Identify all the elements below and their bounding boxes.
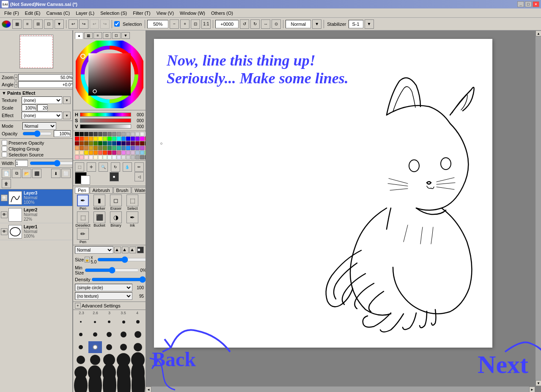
horizontal-scrollbar[interactable]: ◄ ► [146,386,535,392]
rotate-left-btn[interactable]: ↺ [240,19,249,29]
vscroll-track[interactable] [536,36,541,380]
bucket-brush-tool[interactable]: ⬛ Bucket [91,211,107,228]
grid-btn[interactable]: ⊞ [33,19,43,29]
pen2-brush-tool[interactable]: ✏ Pen [75,228,91,244]
palette-cell-48[interactable] [75,146,79,150]
deselect-brush-tool[interactable]: ⬚ Deselect [75,211,91,228]
palette-cell-30[interactable] [140,137,144,141]
maximize-button[interactable]: □ [525,1,532,7]
advanced-settings-panel[interactable]: + Advanced Settings [73,302,146,310]
effect-browse-btn[interactable]: ▼ [63,112,71,119]
palette-cell-75[interactable] [126,151,130,155]
brush-shape-btn4[interactable]: ■ [137,247,144,253]
marker-brush-tool[interactable]: ▮ Marker [91,195,107,211]
bsg-cell-1-1[interactable] [88,329,102,340]
palette-cell-89[interactable] [117,155,121,159]
angle-value-input[interactable]: +0.0° [18,81,73,88]
import-layer-btn[interactable]: 📂 [22,169,31,178]
menu-selection[interactable]: Selection (S) [98,10,129,16]
copy-layer-btn[interactable]: ⧉ [12,169,21,178]
palette-cell-45[interactable] [135,141,140,145]
clipping-group-checkbox[interactable] [2,146,7,151]
magnify-tool[interactable]: 🔍 [99,162,108,172]
palette-cell-8[interactable] [112,132,116,136]
layer-item-layer2[interactable]: 👁 Layer2 Normal 22% [0,206,72,223]
palette-cell-74[interactable] [121,151,126,155]
angle-decrease-btn[interactable]: − [14,82,17,88]
palette-cell-35[interactable] [89,141,93,145]
brush-shape-btn3[interactable]: ▲ [129,247,136,253]
palette-cell-50[interactable] [84,146,88,150]
bsg-cell-5-0[interactable] [74,379,88,391]
palette-cell-51[interactable] [89,146,93,150]
palette-cell-26[interactable] [121,137,126,141]
merge-down-btn[interactable]: ⬇ [51,169,60,178]
menu-window[interactable]: Window (W) [177,10,208,16]
palette-cell-24[interactable] [112,137,116,141]
palette-cell-4[interactable] [93,132,98,136]
bsg-cell-1-3[interactable] [117,329,130,340]
minimize-button[interactable]: _ [517,1,524,7]
drawing-canvas[interactable]: Now, line this thing up! Seriously... Ma… [154,39,492,348]
palette-cell-38[interactable] [103,141,107,145]
nav-fwd-btn[interactable]: ↪ [79,19,88,29]
palette-cell-11[interactable] [126,132,130,136]
extra-tool2[interactable]: ◁ [135,172,144,181]
stabilizer-input[interactable]: S-1 [349,20,363,28]
bsg-cell-2-0[interactable] [74,341,88,353]
palette-cell-70[interactable] [103,151,107,155]
vertical-scrollbar[interactable]: ▲ ▼ [535,30,541,386]
width-slider[interactable] [30,160,73,167]
mode-select[interactable]: Normal [22,122,56,130]
tab-pen[interactable]: Pen [75,187,89,194]
palette-cell-54[interactable] [103,146,107,150]
palette-cell-43[interactable] [126,141,130,145]
palette-cell-33[interactable] [80,141,84,145]
hscroll-track[interactable] [151,387,529,392]
palette-cell-64[interactable] [75,151,79,155]
bsg-cell-1-0[interactable] [74,329,88,340]
close-button[interactable]: × [533,1,539,7]
texture-browse-btn[interactable]: ▼ [63,96,71,104]
rotate-right-btn[interactable]: ↻ [250,19,260,29]
palette-cell-65[interactable] [80,151,84,155]
size-lock-btn[interactable]: 🔒 [85,257,90,263]
hscroll-right-btn[interactable]: ► [529,387,535,392]
pen-brush-tool[interactable]: ✒ Pen [75,195,91,211]
palette-cell-36[interactable] [93,141,98,145]
palette-cell-46[interactable] [140,141,144,145]
palette-cell-1[interactable] [80,132,84,136]
palette-cell-20[interactable] [93,137,98,141]
bsg-cell-0-4[interactable] [131,316,145,328]
palette-cell-57[interactable] [117,146,121,150]
palette-cell-86[interactable] [103,155,107,159]
palette-cell-25[interactable] [117,137,121,141]
zoom-input[interactable]: 50% [147,20,168,28]
palette-cell-76[interactable] [131,151,135,155]
palette-cell-34[interactable] [84,141,88,145]
palette-cell-80[interactable] [75,155,79,159]
scale-input[interactable] [22,104,36,111]
blend-mode-input[interactable]: Normal [286,20,311,28]
new-layer-btn[interactable]: 📄 [2,169,11,178]
background-color[interactable] [81,175,90,185]
layer-item-layer3[interactable]: 👁 Layer3 Normal 100% [0,189,72,206]
palette-cell-93[interactable] [135,155,140,159]
eraser-brush-tool[interactable]: ◻ Eraser [108,195,124,211]
palette-cell-56[interactable] [112,146,116,150]
palette-cell-14[interactable] [140,132,144,136]
zoom-fit-btn[interactable]: ⊡ [191,19,200,29]
brush-mode-select[interactable]: Normal [75,246,113,254]
bsg-cell-2-3[interactable] [117,341,130,353]
binary-brush-tool[interactable]: ◑ Binary [108,211,124,228]
palette-cell-7[interactable] [107,132,112,136]
effect-select[interactable]: (none) [22,112,62,119]
size-slider[interactable] [97,256,152,263]
bsg-cell-1-2[interactable] [103,329,116,340]
zoom-decrease-btn[interactable]: − [14,74,17,80]
palette-cell-68[interactable] [93,151,98,155]
palette-cell-61[interactable] [135,146,140,150]
palette-cell-44[interactable] [131,141,135,145]
color-dropdown-tab[interactable]: ▼ [121,32,130,39]
tab-brush[interactable]: Brush [113,187,132,194]
